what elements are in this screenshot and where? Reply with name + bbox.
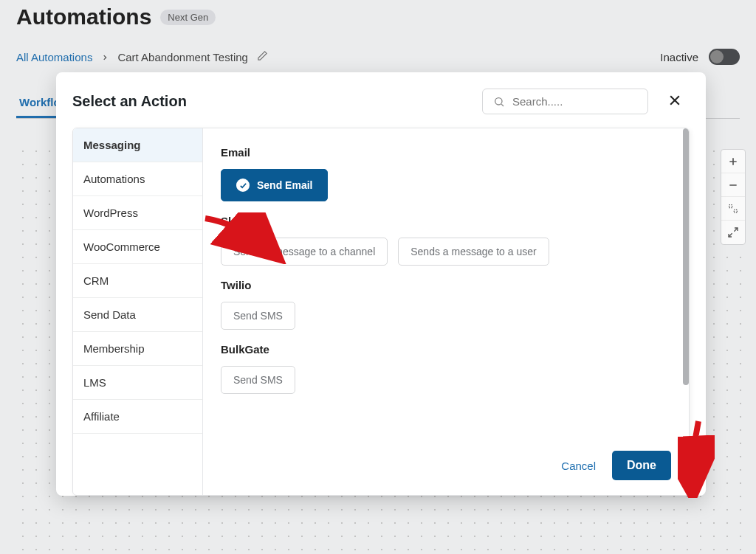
select-action-modal: Select an Action Messaging Automations W… xyxy=(56,72,706,496)
done-button[interactable]: Done xyxy=(612,451,671,480)
section-label-bulkgate: BulkGate xyxy=(221,343,671,356)
modal-title: Select an Action xyxy=(72,93,187,110)
sidebar-item-affiliate[interactable]: Affiliate xyxy=(73,400,202,434)
action-label: Send Email xyxy=(257,179,312,191)
close-icon xyxy=(667,93,682,108)
action-category-sidebar: Messaging Automations WordPress WooComme… xyxy=(73,128,203,495)
sidebar-item-membership[interactable]: Membership xyxy=(73,332,202,366)
action-slack-channel[interactable]: Sends a message to a channel xyxy=(221,238,388,266)
action-bulkgate-sms[interactable]: Send SMS xyxy=(221,366,295,394)
search-icon xyxy=(493,96,505,108)
action-slack-user[interactable]: Sends a message to a user xyxy=(398,238,549,266)
sidebar-item-lms[interactable]: LMS xyxy=(73,366,202,400)
sidebar-item-wordpress[interactable]: WordPress xyxy=(73,196,202,230)
section-label-twilio: Twilio xyxy=(221,279,671,291)
svg-line-8 xyxy=(501,104,504,106)
action-send-email[interactable]: Send Email xyxy=(221,169,328,201)
action-twilio-sms[interactable]: Send SMS xyxy=(221,302,295,330)
section-label-email: Email xyxy=(221,146,671,159)
search-input[interactable] xyxy=(512,95,637,108)
cancel-button[interactable]: Cancel xyxy=(561,460,596,472)
check-icon xyxy=(236,179,250,192)
scrollbar[interactable] xyxy=(683,128,689,385)
sidebar-item-automations[interactable]: Automations xyxy=(73,162,202,196)
action-list: Email Send Email Slack Sends a message t… xyxy=(203,128,689,495)
section-label-slack: Slack xyxy=(221,215,671,227)
search-box[interactable] xyxy=(482,89,648,114)
sidebar-item-messaging[interactable]: Messaging xyxy=(73,128,202,162)
sidebar-item-send-data[interactable]: Send Data xyxy=(73,298,202,332)
svg-point-7 xyxy=(495,97,502,104)
close-button[interactable] xyxy=(664,90,685,114)
sidebar-item-woocommerce[interactable]: WooCommerce xyxy=(73,230,202,264)
sidebar-item-crm[interactable]: CRM xyxy=(73,264,202,298)
